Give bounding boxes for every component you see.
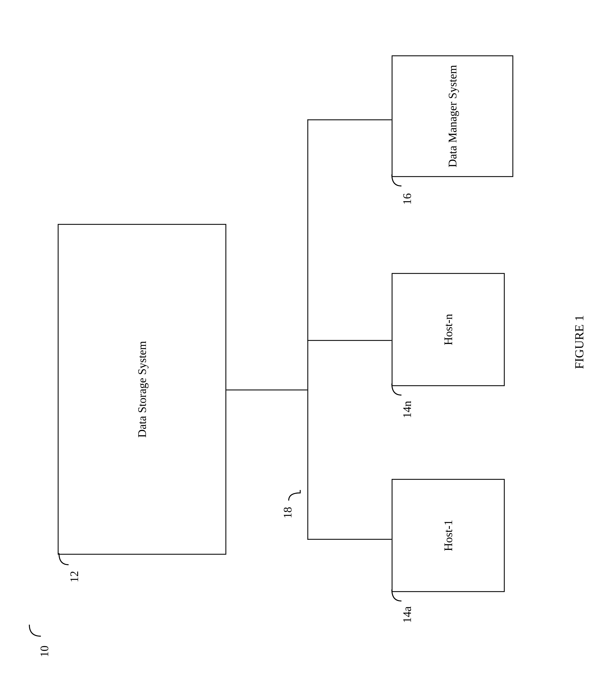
- ref-dss: 12: [68, 571, 80, 582]
- data-storage-system-label: Data Storage System: [135, 341, 149, 438]
- ref-hostn: 14n: [401, 401, 413, 418]
- data-manager-system-label: Data Manager System: [446, 59, 459, 174]
- drop-hostn: [307, 340, 392, 341]
- host-n-label: Host-n: [441, 314, 455, 345]
- trunk-vertical: [226, 390, 307, 390]
- drop-host1: [307, 539, 392, 540]
- data-manager-system-box: Data Manager System: [392, 55, 513, 177]
- drop-dms: [307, 119, 392, 120]
- ref-overall: 10: [38, 645, 50, 657]
- ref-bus: 18: [282, 507, 293, 518]
- host-1-box: Host-1: [392, 479, 505, 592]
- host-1-label: Host-1: [441, 520, 455, 551]
- ref-dms: 16: [401, 193, 413, 205]
- ref-host1: 14a: [401, 606, 413, 623]
- diagram-stage: 10 Data Storage System 12 18 Host-1 14a …: [0, 0, 616, 689]
- leader-bus: [284, 484, 303, 503]
- host-n-box: Host-n: [392, 273, 505, 386]
- bus-line: [307, 119, 308, 540]
- figure-caption: FIGURE 1: [572, 315, 586, 369]
- leader-overall: [23, 621, 43, 640]
- data-storage-system-box: Data Storage System: [58, 224, 226, 555]
